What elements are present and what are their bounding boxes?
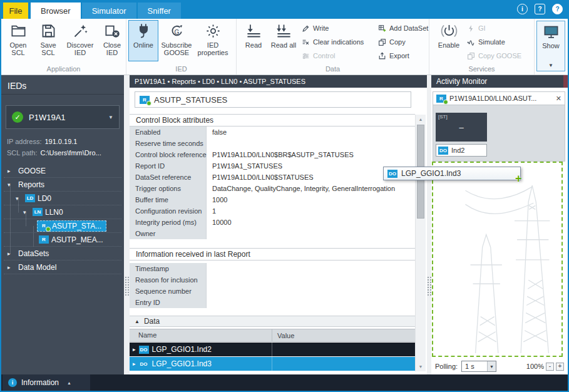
column-header-value[interactable]: Value xyxy=(272,332,415,339)
chevron-right-icon[interactable]: ▸ xyxy=(8,264,16,271)
feedback-icon[interactable]: ? xyxy=(535,4,545,14)
zoom-out-button[interactable]: - xyxy=(546,363,554,371)
file-menu-button[interactable]: File xyxy=(3,3,28,19)
copy-icon xyxy=(378,38,386,46)
tree-item-data-model[interactable]: ▸ Data Model xyxy=(4,260,121,274)
data-row-ind3[interactable]: ▸ DO LGP_GGIO1.Ind3 xyxy=(130,357,415,371)
button-label: Save SCL xyxy=(34,41,63,56)
splitter-grip[interactable] xyxy=(428,277,431,296)
tree-item-lln0[interactable]: ▾ LN LLN0 xyxy=(4,205,121,219)
ied-selector-dropdown[interactable]: ✓ P1W19A1 ▼ xyxy=(6,105,120,129)
scl-path-value: C:\Users\fmm\Dro... xyxy=(41,149,101,157)
monitored-report-card: R P1W19A1LD0/LLN0.ASUT... ✕ [ST] – DO In… xyxy=(433,91,565,162)
attribute-label: Enabled xyxy=(130,126,207,138)
close-icon[interactable]: ✕ xyxy=(556,95,561,103)
selected-tree-item[interactable]: R ASUTP_STA... xyxy=(37,220,106,232)
collapse-icon[interactable]: ▲ xyxy=(135,319,140,324)
activity-monitor-panel: Activity Monitor R P1W19A1LD0/LLN0.ASUT.… xyxy=(431,75,568,374)
chevron-down-icon: ▼ xyxy=(548,63,553,68)
discover-ied-button[interactable]: Discover IED xyxy=(64,21,96,61)
scroll-up-arrow[interactable]: ▲ xyxy=(416,115,426,124)
monitored-item-label: Ind2 xyxy=(451,147,464,154)
polling-interval-value: 1 s xyxy=(462,363,487,370)
simulate-button[interactable]: Simulate xyxy=(467,38,521,46)
subscribe-goose-button[interactable]: G Subscribe GOOSE xyxy=(159,21,194,61)
ribbon-group-data: Read Read all Write xyxy=(237,19,429,75)
data-table-header: Name Value xyxy=(130,329,415,342)
clear-indications-button[interactable]: Clear indications xyxy=(302,38,364,46)
splitter-grip[interactable] xyxy=(125,277,129,296)
tree-item-label: LD0 xyxy=(38,194,51,203)
row-expander-icon[interactable]: ▸ xyxy=(133,361,136,367)
svg-text:G: G xyxy=(174,29,179,36)
show-dropdown-button[interactable]: Show ▼ xyxy=(536,21,565,71)
sidebar-splitter[interactable] xyxy=(124,75,130,374)
export-button[interactable]: Export xyxy=(378,51,428,60)
read-all-button[interactable]: Read all xyxy=(269,21,298,61)
data-row-name: LGP_GGIO1.Ind3 xyxy=(152,359,212,368)
drop-target-zone[interactable] xyxy=(432,162,563,357)
ln-badge: LN xyxy=(33,208,43,216)
write-button[interactable]: Write xyxy=(302,24,364,33)
sidebar-title: IEDs xyxy=(1,75,124,94)
chevron-right-icon[interactable]: ▸ xyxy=(8,250,16,257)
scroll-down-arrow[interactable]: ▼ xyxy=(416,362,426,371)
button-label: Show xyxy=(542,42,560,49)
section-data-header[interactable]: ▲ Data xyxy=(130,316,415,327)
app-window: File Browser Simulator Sniffer i ? ? Ope… xyxy=(0,0,569,392)
column-header-name[interactable]: Name xyxy=(130,329,272,341)
copy-button[interactable]: Copy xyxy=(378,38,428,46)
status-tile[interactable]: [ST] – xyxy=(436,113,487,142)
activity-splitter[interactable] xyxy=(427,75,431,374)
tree-item-datasets[interactable]: ▸ DataSets xyxy=(4,247,121,260)
read-button[interactable]: Read xyxy=(239,21,268,61)
statusbar: i Information ▲ xyxy=(1,374,568,391)
add-dataset-button[interactable]: Add DataSet xyxy=(378,24,428,33)
open-scl-button[interactable]: Open SCL xyxy=(4,21,33,61)
close-ied-icon xyxy=(104,23,121,39)
section-last-report: Information received in last Report xyxy=(130,248,415,260)
row-expander-icon[interactable]: ▸ xyxy=(133,346,136,353)
enable-button[interactable]: Enable xyxy=(434,21,463,61)
last-report-attributes: Timestamp Reason for inclusion Sequence … xyxy=(130,263,415,308)
tree-item-reports[interactable]: ▾ Reports xyxy=(4,178,121,192)
button-label: Control xyxy=(313,52,335,59)
help-icon[interactable]: ? xyxy=(552,4,563,14)
attribute-label: Buffer time xyxy=(130,194,207,205)
chevron-right-icon[interactable]: ▸ xyxy=(8,168,16,174)
information-label: Information xyxy=(21,378,59,387)
ied-tree: ▸ GOOSE ▾ Reports ▾ LD LD0 ▾ LN LLN0 R A… xyxy=(1,164,124,274)
monitored-item-ind2[interactable]: DO Ind2 xyxy=(436,144,487,157)
info-icon[interactable]: i xyxy=(517,4,528,14)
tab-sniffer[interactable]: Sniffer xyxy=(138,3,181,19)
chevron-down-icon[interactable]: ▾ xyxy=(16,195,24,202)
section-title: Data xyxy=(144,317,160,326)
polling-interval-select[interactable]: 1 s ▼ xyxy=(461,361,496,372)
data-row-ind2[interactable]: ▸ DO LGP_GGIO1.Ind2 xyxy=(130,343,415,356)
tree-item-label: Data Model xyxy=(18,263,56,272)
clear-indications-icon xyxy=(302,38,310,46)
attribute-label: Trigger options xyxy=(130,183,207,194)
ied-properties-button[interactable]: IED properties xyxy=(195,21,230,61)
tree-item-goose[interactable]: ▸ GOOSE xyxy=(4,164,121,178)
tree-item-asutp-statuses[interactable]: R ASUTP_STA... xyxy=(4,219,121,233)
online-toggle-button[interactable]: Online xyxy=(129,21,158,61)
polling-label: Polling: xyxy=(435,363,458,370)
attribute-label: Control block reference xyxy=(130,149,207,160)
vertical-scrollbar[interactable]: ▲ ▼ xyxy=(415,115,426,371)
information-panel-button[interactable]: i Information ▲ xyxy=(3,374,90,391)
tab-browser[interactable]: Browser xyxy=(31,3,81,19)
gi-button: GI xyxy=(467,24,521,33)
tree-item-asutp-measures[interactable]: R ASUTP_MEA... xyxy=(4,233,121,247)
zoom-in-button[interactable]: + xyxy=(556,363,564,371)
chevron-down-icon[interactable]: ▾ xyxy=(8,182,16,188)
tree-guide xyxy=(26,212,26,226)
attribute-label: Entry ID xyxy=(130,297,207,308)
save-scl-button[interactable]: Save SCL xyxy=(34,21,63,61)
close-ied-button[interactable]: Close IED xyxy=(98,21,126,61)
chevron-down-icon[interactable]: ▾ xyxy=(23,209,31,215)
tab-simulator[interactable]: Simulator xyxy=(82,3,136,19)
tree-item-label: LLN0 xyxy=(45,208,63,217)
ribbon-group-application: Open SCL Save SCL Discover IED xyxy=(1,19,126,75)
tree-item-ld0[interactable]: ▾ LD LD0 xyxy=(4,192,121,205)
